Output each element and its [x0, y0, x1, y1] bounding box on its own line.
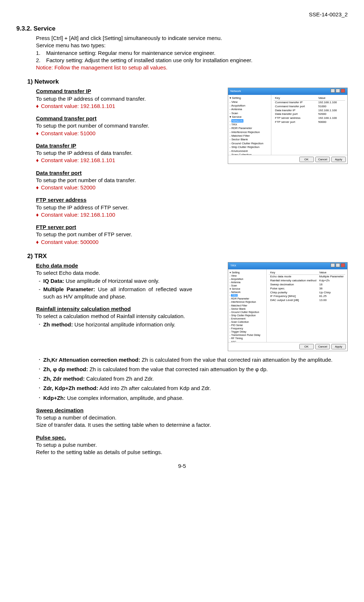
apply-button[interactable]: Apply [331, 157, 346, 162]
window-controls[interactable] [330, 263, 345, 269]
dash-icon: - [36, 277, 43, 285]
intro-line: Service menu has two types: [36, 42, 348, 49]
window-title: TRX [230, 264, 236, 268]
list-item: ･ Zh, Zdr method: Calculated from Zh and… [36, 375, 348, 382]
ok-button[interactable]: OK [299, 157, 314, 162]
subsection-heading: 1) Network [27, 78, 348, 86]
param-heading: Pulse spec. [36, 434, 348, 441]
list-text: Factory setting: Adjust the setting of i… [46, 57, 252, 64]
screenshot-trx: TRX ▾ Setting - View- Acquisition- Anten… [228, 262, 348, 351]
page-number: 9-5 [16, 462, 348, 470]
param-desc: To setup a pulse number. [36, 441, 348, 449]
dot-icon: ･ [36, 394, 43, 402]
subsection-heading: 2) TRX [27, 252, 348, 261]
dot-icon: ･ [36, 366, 43, 373]
param-heading: FTP server address [36, 196, 348, 204]
constant-value: ♦Constant value: 52000 [36, 184, 348, 191]
list-item: ･ Zh method: Use horizontal amplitude in… [36, 321, 196, 328]
apply-button[interactable]: Apply [331, 344, 346, 349]
property-grid[interactable]: KeyValue Command transfer IP192.168.1.10… [271, 95, 347, 155]
dash-icon: - [36, 286, 43, 301]
param-desc: To select a calculation method of Rainfa… [36, 313, 196, 320]
param-desc: Refer to the setting table as details of… [36, 449, 348, 456]
param-heading: Sweep decimation [36, 407, 348, 414]
list-item: ･ Zdr, Kdp+Zh method: Add into Zh after … [36, 385, 348, 392]
window-title: Network [230, 89, 241, 93]
document-id: SSE-14-0023_2 [16, 11, 348, 18]
diamond-icon: ♦ [36, 157, 39, 163]
param-desc: Size of transfer data. It uses the setti… [36, 421, 348, 429]
list-item: - Multiple Parameter: Use all informatio… [36, 286, 192, 301]
tree-panel[interactable]: ▾ Setting - View- Acquisition- Antenna- … [228, 95, 271, 155]
param-heading: Data transfer port [36, 169, 348, 177]
ok-button[interactable]: OK [299, 344, 314, 349]
cancel-button[interactable]: Cancel [315, 157, 330, 162]
dot-icon: ･ [36, 321, 43, 328]
list-text: Maintenance setting: Regular menu for ma… [46, 49, 215, 57]
diamond-icon: ♦ [36, 103, 39, 109]
dot-icon: ･ [36, 356, 43, 364]
section-heading: 9.3.2. Service [16, 25, 348, 33]
tree-panel[interactable]: ▾ Setting - View- Acquisition- Antenna- … [228, 269, 267, 342]
constant-value: ♦Constant value: 192.168.1.100 [36, 211, 348, 218]
list-item: ･ Zh,Kr Attenuation correction method: Z… [36, 356, 348, 364]
diamond-icon: ♦ [36, 239, 39, 245]
diamond-icon: ♦ [36, 184, 39, 190]
intro-line: Press [Ctrl] + [Alt] and click [Setting]… [36, 35, 348, 42]
param-desc: To setup a number of decimation. [36, 414, 348, 421]
param-desc: To setup the port number of data transfe… [36, 177, 348, 184]
list-item: ･ Kdp+Zh: Use complex information, ampli… [36, 394, 348, 402]
list-item: 1. Maintenance setting: Regular menu for… [36, 49, 348, 57]
cancel-button[interactable]: Cancel [315, 344, 330, 349]
property-grid[interactable]: KeyValue Echo data modeMultiple Paramete… [267, 269, 347, 342]
param-desc: To setup the port number of FTP server. [36, 231, 348, 238]
diamond-icon: ♦ [36, 212, 39, 218]
list-item: - IQ Data: Use amplitude of Horizontal w… [36, 277, 224, 285]
dot-icon: ･ [36, 385, 43, 392]
list-item: 2. Factory setting: Adjust the setting o… [36, 57, 348, 64]
dot-icon: ･ [36, 375, 43, 382]
notice: Notice: Follow the management list to se… [36, 64, 348, 71]
list-item: ･ Zh, φ dp method: Zh is calculated from… [36, 366, 348, 373]
diamond-icon: ♦ [36, 130, 39, 136]
list-number: 2. [36, 57, 46, 64]
param-desc: To setup the IP address of FTP server. [36, 204, 348, 211]
constant-value: ♦Constant value: 500000 [36, 238, 348, 246]
list-number: 1. [36, 49, 46, 57]
window-controls[interactable] [330, 89, 345, 94]
param-heading: FTP server port [36, 224, 348, 231]
screenshot-network: Network ▾ Setting - View- Acquisition- A… [228, 88, 348, 164]
